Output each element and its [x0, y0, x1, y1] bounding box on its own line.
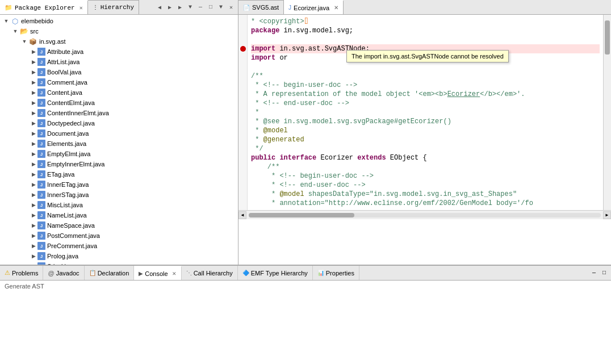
code-text-area[interactable]: * <copyright>⌷ package in.svg.model.svg;…: [248, 15, 603, 210]
list-item[interactable]: ▶ J PreComment.java: [0, 241, 238, 251]
expand-icon[interactable]: ▶: [30, 129, 37, 137]
expand-icon[interactable]: ▶: [30, 119, 37, 127]
expand-icon[interactable]: ▶: [30, 48, 37, 56]
vertical-scrollbar[interactable]: [603, 15, 611, 210]
scroll-thumb[interactable]: [249, 213, 354, 217]
tab-problems[interactable]: ⚠ Problems: [0, 266, 43, 280]
tab-emf-hierarchy[interactable]: 🔷 EMF Type Hierarchy: [238, 266, 313, 280]
code-token: /**: [251, 72, 263, 81]
list-item[interactable]: ▶ J Document.java: [0, 128, 238, 139]
expand-icon[interactable]: ▶: [30, 170, 37, 178]
expand-icon[interactable]: ▶: [30, 78, 37, 86]
expand-icon[interactable]: ▶: [30, 191, 37, 199]
list-item[interactable]: ▶ J ETag.java: [0, 169, 238, 179]
list-item[interactable]: ▶ J Attribute.java: [0, 47, 238, 57]
nav-forward-btn[interactable]: ▶: [165, 3, 174, 12]
expand-icon[interactable]: ▶: [30, 58, 37, 66]
expand-icon[interactable]: ▶: [30, 211, 37, 219]
maximize-btn[interactable]: □: [206, 3, 215, 12]
list-item[interactable]: ▶ J ContentInnerElmt.java: [0, 108, 238, 118]
tab-call-hierarchy[interactable]: ⋱ Call Hierarchy: [182, 266, 238, 280]
tree-container[interactable]: ▼ ⬡ elembebido ▼ 📂 src ▼ 📦 in.s: [0, 15, 238, 265]
close-view-btn[interactable]: ✕: [227, 3, 236, 12]
tab-package-explorer[interactable]: 📁 Package Explorer ✕: [0, 0, 88, 14]
list-item[interactable]: ▶ J MiscList.java: [0, 200, 238, 210]
error-tooltip: The import in.svg.ast.SvgASTNode cannot …: [346, 50, 509, 62]
list-item[interactable]: ▶ J NameList.java: [0, 210, 238, 220]
expand-icon[interactable]: ▶: [30, 109, 37, 117]
tab-properties[interactable]: 📊 Properties: [313, 266, 359, 280]
expand-icon[interactable]: ▶: [30, 160, 37, 168]
expand-icon[interactable]: ▶: [30, 242, 37, 250]
expand-icon[interactable]: ▶: [30, 181, 37, 189]
list-item[interactable]: ▶ J AttrList.java: [0, 57, 238, 67]
list-item[interactable]: ▶ J BoolVal.java: [0, 67, 238, 77]
expand-icon[interactable]: ▶: [30, 68, 37, 76]
list-item[interactable]: ▶ J EmptyInnerElmt.java: [0, 159, 238, 169]
list-item[interactable]: ▶ J PostComment.java: [0, 231, 238, 241]
code-line: * A representation of the model object '…: [251, 90, 600, 99]
tooltip-text: The import in.svg.ast.SvgASTNode cannot …: [351, 53, 504, 60]
item-label: BoolVal.java: [47, 69, 81, 76]
list-item[interactable]: ▶ J InnerSTag.java: [0, 190, 238, 200]
code-content: * <copyright>⌷ package in.svg.model.svg;…: [238, 15, 611, 210]
expand-icon[interactable]: ▶: [30, 252, 37, 260]
code-token: * <!-- begin-user-doc -->: [251, 171, 374, 181]
close-icon[interactable]: ✕: [172, 271, 177, 277]
list-item[interactable]: ▶ J InnerETag.java: [0, 179, 238, 190]
bottom-maximize-btn[interactable]: □: [600, 269, 609, 278]
code-line: * <!-- begin-user-doc -->: [251, 171, 600, 181]
horizontal-scrollbar[interactable]: ◀ ▶: [238, 210, 611, 219]
list-item[interactable]: ▶ J ContentElmt.java: [0, 98, 238, 108]
scroll-left-btn[interactable]: ◀: [238, 211, 246, 219]
expand-icon[interactable]: ▶: [30, 221, 37, 229]
list-item[interactable]: ▼ 📦 in.svg.ast: [0, 36, 238, 47]
editor-area[interactable]: The import in.svg.ast.SvgASTNode cannot …: [238, 15, 611, 265]
list-item[interactable]: ▶ J Content.java: [0, 87, 238, 98]
close-icon[interactable]: ✕: [334, 5, 338, 11]
package-icon: 📦: [28, 37, 37, 46]
list-item[interactable]: ▼ ⬡ elembebido: [0, 16, 238, 26]
expand-icon[interactable]: ▶: [30, 232, 37, 240]
code-line: [251, 62, 600, 72]
list-item[interactable]: ▶ J Elements.java: [0, 139, 238, 149]
java-file-icon: J: [37, 89, 45, 97]
expand-icon[interactable]: ▼: [11, 27, 19, 35]
nav-drop-btn[interactable]: ▼: [186, 3, 195, 12]
minimize-btn[interactable]: —: [196, 3, 205, 12]
bottom-minimize-btn[interactable]: —: [589, 269, 599, 278]
expand-icon[interactable]: ▶: [30, 99, 37, 107]
tab-hierarchy[interactable]: ⋮ Hierarchy: [88, 0, 139, 14]
tab-console[interactable]: ▶ Console ✕: [134, 266, 181, 280]
expand-icon[interactable]: ▶: [30, 89, 37, 97]
close-icon[interactable]: ✕: [79, 5, 83, 11]
list-item[interactable]: ▶ J NameSpace.java: [0, 220, 238, 231]
bottom-tab-bar: ⚠ Problems @ Javadoc 📋 Declaration ▶ Con…: [0, 266, 611, 281]
code-line: [251, 35, 600, 44]
expand-icon[interactable]: ▶: [30, 140, 37, 148]
code-token: ⌷: [304, 17, 308, 26]
expand-icon[interactable]: ▶: [30, 150, 37, 158]
expand-icon[interactable]: ▼: [20, 37, 28, 45]
nav-back-btn[interactable]: ◀: [155, 3, 164, 12]
list-item[interactable]: ▶ J Comment.java: [0, 77, 238, 87]
list-item[interactable]: ▶ J Doctypedecl.java: [0, 118, 238, 128]
code-line: /**: [251, 162, 600, 171]
scroll-right-btn[interactable]: ▶: [603, 211, 611, 219]
code-token: *: [251, 108, 259, 117]
list-item[interactable]: ▼ 📂 src: [0, 26, 238, 36]
tab-ecorizer[interactable]: J Ecorizer.java ✕: [284, 0, 344, 14]
scroll-thumb[interactable]: [605, 20, 610, 55]
expand-icon[interactable]: ▶: [30, 201, 37, 209]
list-item[interactable]: ▶ J EmptyElmt.java: [0, 149, 238, 159]
nav-up-btn[interactable]: ▶: [175, 3, 185, 12]
view-menu-btn[interactable]: ▼: [216, 3, 225, 12]
tab-declaration-label: Declaration: [98, 270, 129, 277]
scroll-track[interactable]: [249, 213, 601, 217]
tab-javadoc[interactable]: @ Javadoc: [43, 266, 84, 280]
tab-svg5[interactable]: 📄 SVG5.ast: [238, 0, 284, 14]
tab-declaration[interactable]: 📋 Declaration: [85, 266, 135, 280]
expand-icon[interactable]: ▼: [2, 17, 10, 25]
java-file-icon: J: [37, 150, 45, 158]
list-item[interactable]: ▶ J Prolog.java: [0, 251, 238, 261]
